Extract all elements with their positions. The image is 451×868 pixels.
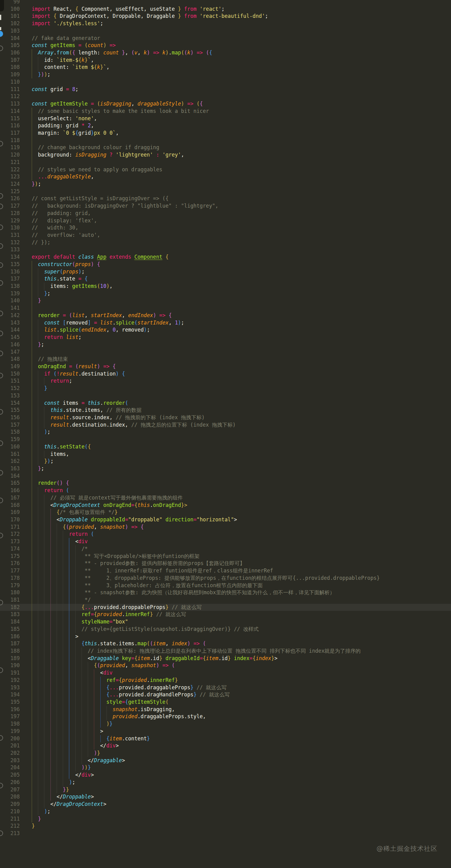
line-number[interactable]: 183 — [0, 611, 20, 618]
line-number[interactable]: 165 — [0, 479, 20, 487]
code-line[interactable]: 181 */ — [0, 596, 451, 604]
code-line[interactable]: 192 ref={provided.innerRef} — [0, 677, 451, 684]
line-number[interactable]: 184 — [0, 618, 20, 626]
line-number[interactable]: 109 — [0, 71, 20, 79]
line-number[interactable]: 182 — [0, 604, 20, 611]
code-line[interactable]: 190 {(provided, snapshot) => ( — [0, 662, 451, 669]
line-number[interactable]: 101 — [0, 12, 20, 20]
line-number[interactable]: 131 — [0, 231, 20, 239]
code-line[interactable]: 199 > — [0, 728, 451, 735]
code-line[interactable]: 147 — [0, 348, 451, 356]
code-line[interactable]: 187 {this.state.items.map((item, index) … — [0, 640, 451, 648]
line-number[interactable]: 115 — [0, 115, 20, 122]
code-line[interactable]: 106 Array.from({ length: count }, (v, k)… — [0, 49, 451, 57]
line-number[interactable]: 153 — [0, 392, 20, 400]
code-line[interactable]: 170 <Droppable droppableId="droppable" d… — [0, 516, 451, 524]
line-number[interactable]: 171 — [0, 524, 20, 531]
line-number[interactable]: 205 — [0, 771, 20, 779]
code-line[interactable]: 132// }); — [0, 239, 451, 246]
line-number[interactable]: 155 — [0, 407, 20, 414]
line-number[interactable]: 198 — [0, 720, 20, 728]
code-line[interactable]: 197 provided.draggableProps.style, — [0, 713, 451, 720]
code-line[interactable]: 175 ** 写于<Droppable/>标签中的funtion的框架 — [0, 553, 451, 560]
code-line[interactable]: 146 }; — [0, 341, 451, 348]
code-line[interactable]: 121 — [0, 159, 451, 166]
code-line[interactable]: 180 ** - snapshot参数: 此为快照（让我好容易想到mobx里的快… — [0, 589, 451, 596]
line-number[interactable]: 186 — [0, 633, 20, 641]
line-number[interactable]: 189 — [0, 655, 20, 662]
code-line[interactable]: 140 } — [0, 297, 451, 305]
line-number[interactable]: 107 — [0, 57, 20, 64]
code-line[interactable]: 143 const [removed] = list.splice(startI… — [0, 319, 451, 327]
code-line[interactable]: 119 // change background colour if dragg… — [0, 144, 451, 151]
code-line[interactable]: 173 <div — [0, 538, 451, 545]
line-number[interactable]: 152 — [0, 385, 20, 392]
code-line[interactable]: 101import { DragDropContext, Droppable, … — [0, 12, 451, 20]
code-line[interactable]: 186 > — [0, 633, 451, 641]
code-line[interactable]: 196 snapshot.isDragging, — [0, 706, 451, 713]
code-line[interactable]: 210 ); — [0, 808, 451, 815]
line-number[interactable]: 129 — [0, 217, 20, 224]
code-line[interactable]: 212} — [0, 823, 451, 830]
line-number[interactable]: 134 — [0, 253, 20, 261]
code-line[interactable]: 137 this.state = { — [0, 275, 451, 283]
line-number[interactable]: 121 — [0, 159, 20, 166]
line-number[interactable]: 176 — [0, 560, 20, 567]
line-number[interactable]: 161 — [0, 451, 20, 458]
code-line[interactable]: 179 ** 3、placeholder: 占位符，放置在function根节点… — [0, 582, 451, 589]
code-line[interactable]: 110 — [0, 79, 451, 86]
code-line[interactable]: 213 — [0, 830, 451, 837]
line-number[interactable]: 122 — [0, 166, 20, 174]
code-line[interactable]: 157 result.destination.index, // 拖拽之后的位置… — [0, 422, 451, 429]
code-line[interactable]: 209 </DragDropContext> — [0, 801, 451, 808]
code-line[interactable]: 178 ** 2、droppableProps: 提供能够放置的props，在f… — [0, 575, 451, 582]
code-line[interactable]: 115 userSelect: 'none', — [0, 115, 451, 122]
code-line[interactable]: 172 return ( — [0, 531, 451, 538]
code-line[interactable]: 148 // 拖拽结束 — [0, 355, 451, 363]
code-line[interactable]: 200 {item.content} — [0, 735, 451, 743]
code-line[interactable]: 171 {(provided, snapshot) => { — [0, 524, 451, 531]
code-line[interactable]: 153 — [0, 392, 451, 400]
code-line[interactable]: 144 list.splice(endIndex, 0, removed); — [0, 327, 451, 334]
line-number[interactable]: 147 — [0, 348, 20, 356]
code-line[interactable]: 161 items, — [0, 451, 451, 458]
line-number[interactable]: 140 — [0, 297, 20, 305]
line-number[interactable]: 174 — [0, 545, 20, 553]
line-number[interactable]: 139 — [0, 290, 20, 298]
line-number[interactable]: 211 — [0, 815, 20, 823]
line-number[interactable]: 168 — [0, 502, 20, 509]
code-line[interactable]: 204 ))} — [0, 764, 451, 771]
code-line[interactable]: 116 padding: grid * 2, — [0, 122, 451, 129]
code-line[interactable]: 155 this.state.items, // 所有的数据 — [0, 407, 451, 414]
code-line[interactable]: 117 margin: `0 ${grid}px 0 0`, — [0, 129, 451, 137]
code-line[interactable]: 130// width: 30, — [0, 224, 451, 231]
line-number[interactable]: 195 — [0, 699, 20, 706]
code-line[interactable]: 162 }); — [0, 458, 451, 465]
code-line[interactable]: 104// fake data generator — [0, 35, 451, 42]
code-line[interactable]: 169 {/* 包裹可放置组件 */} — [0, 509, 451, 516]
code-line[interactable]: 122 // styles we need to apply on dragga… — [0, 166, 451, 174]
line-number[interactable]: 106 — [0, 49, 20, 57]
code-line[interactable]: 111const grid = 8; — [0, 86, 451, 93]
line-number[interactable]: 187 — [0, 640, 20, 648]
code-line[interactable]: 166 return ( — [0, 487, 451, 494]
code-line[interactable]: 135 constructor(props) { — [0, 261, 451, 268]
line-number[interactable]: 159 — [0, 436, 20, 443]
line-number[interactable]: 133 — [0, 246, 20, 253]
code-line[interactable]: 134export default class App extends Comp… — [0, 253, 451, 261]
line-number[interactable]: 111 — [0, 86, 20, 93]
line-number[interactable]: 166 — [0, 487, 20, 494]
code-line[interactable]: 126// const getListStyle = isDraggingOve… — [0, 195, 451, 203]
code-line[interactable]: 107 id: `item-${k}`, — [0, 57, 451, 64]
code-line[interactable]: 205 </div> — [0, 771, 451, 779]
code-line[interactable]: 102import './styles.less'; — [0, 20, 451, 27]
code-line[interactable]: 123 ...draggableStyle, — [0, 173, 451, 181]
code-line[interactable]: 195 style={getItemStyle( — [0, 699, 451, 706]
line-number[interactable]: 149 — [0, 363, 20, 370]
code-line[interactable]: 159 — [0, 436, 451, 443]
line-number[interactable]: 179 — [0, 582, 20, 589]
line-number[interactable]: 194 — [0, 691, 20, 699]
line-number[interactable]: 117 — [0, 129, 20, 137]
code-line[interactable]: 158 ); — [0, 429, 451, 436]
line-number[interactable]: 120 — [0, 151, 20, 159]
